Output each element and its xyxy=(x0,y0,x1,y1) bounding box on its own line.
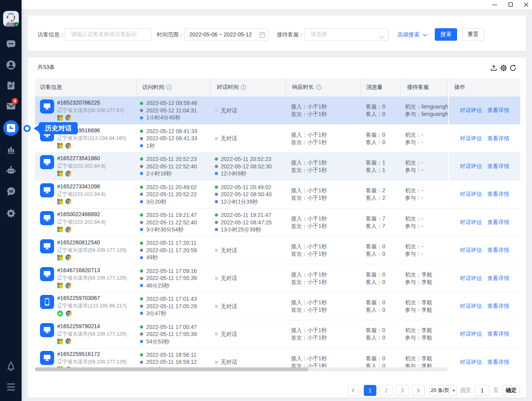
svg-text:w: w xyxy=(9,188,13,194)
